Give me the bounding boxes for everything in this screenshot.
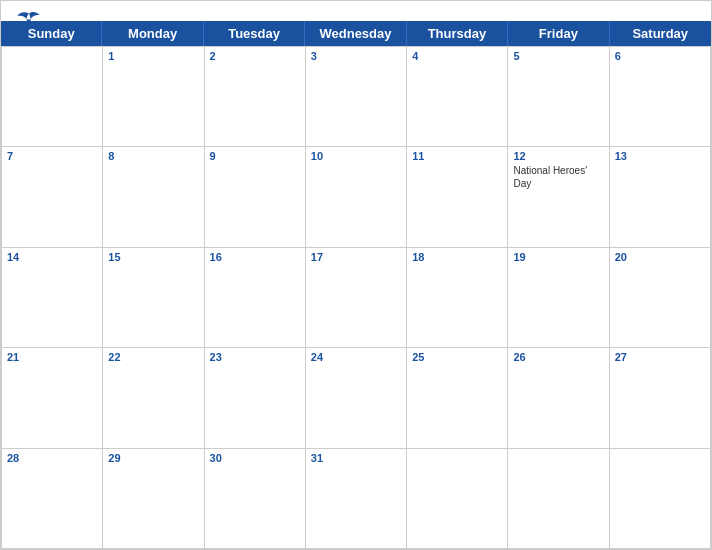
- calendar-cell: 2: [205, 47, 306, 147]
- calendar-cell: 11: [407, 147, 508, 247]
- cell-number: 28: [7, 452, 97, 464]
- cell-number: 17: [311, 251, 401, 263]
- calendar-cell: 15: [103, 248, 204, 348]
- calendar-cell: 13: [610, 147, 711, 247]
- calendar-cell: 27: [610, 348, 711, 448]
- calendar-cell: [407, 449, 508, 549]
- logo-bird-icon: [15, 9, 43, 27]
- day-header-monday: Monday: [102, 21, 203, 46]
- logo-area: [15, 9, 45, 27]
- cell-number: 15: [108, 251, 198, 263]
- cell-number: 22: [108, 351, 198, 363]
- cell-number: 1: [108, 50, 198, 62]
- cell-number: 4: [412, 50, 502, 62]
- cell-number: 21: [7, 351, 97, 363]
- cell-number: 27: [615, 351, 705, 363]
- cell-number: 3: [311, 50, 401, 62]
- cell-number: 31: [311, 452, 401, 464]
- cell-number: 5: [513, 50, 603, 62]
- calendar-cell: 18: [407, 248, 508, 348]
- cell-number: 9: [210, 150, 300, 162]
- calendar-cell: 29: [103, 449, 204, 549]
- calendar-cell: [508, 449, 609, 549]
- cell-number: 29: [108, 452, 198, 464]
- calendar-wrapper: SundayMondayTuesdayWednesdayThursdayFrid…: [0, 0, 712, 550]
- cell-number: 11: [412, 150, 502, 162]
- calendar-cell: 6: [610, 47, 711, 147]
- day-header-saturday: Saturday: [610, 21, 711, 46]
- cell-number: 6: [615, 50, 705, 62]
- day-header-wednesday: Wednesday: [305, 21, 406, 46]
- cell-number: 23: [210, 351, 300, 363]
- calendar-cell: [2, 47, 103, 147]
- cell-number: 14: [7, 251, 97, 263]
- calendar-cell: 7: [2, 147, 103, 247]
- calendar-cell: 10: [306, 147, 407, 247]
- cell-number: 18: [412, 251, 502, 263]
- calendar-cell: 14: [2, 248, 103, 348]
- calendar-cell: 21: [2, 348, 103, 448]
- cell-number: 25: [412, 351, 502, 363]
- calendar-cell: 25: [407, 348, 508, 448]
- calendar-cell: 19: [508, 248, 609, 348]
- calendar-cell: 22: [103, 348, 204, 448]
- calendar-cell: 26: [508, 348, 609, 448]
- cell-number: 8: [108, 150, 198, 162]
- calendar-cell: 1: [103, 47, 204, 147]
- calendar-cell: 16: [205, 248, 306, 348]
- cell-number: 30: [210, 452, 300, 464]
- calendar-cell: 4: [407, 47, 508, 147]
- cell-event: National Heroes' Day: [513, 164, 603, 190]
- cell-number: 7: [7, 150, 97, 162]
- calendar-cell: 5: [508, 47, 609, 147]
- cell-number: 12: [513, 150, 603, 162]
- cell-number: 19: [513, 251, 603, 263]
- calendar-cell: 28: [2, 449, 103, 549]
- calendar-cell: 23: [205, 348, 306, 448]
- calendar-cell: 30: [205, 449, 306, 549]
- cell-number: 26: [513, 351, 603, 363]
- day-header-tuesday: Tuesday: [204, 21, 305, 46]
- cell-number: 10: [311, 150, 401, 162]
- calendar-cell: 17: [306, 248, 407, 348]
- cell-number: 2: [210, 50, 300, 62]
- calendar-cell: 31: [306, 449, 407, 549]
- calendar-cell: 12National Heroes' Day: [508, 147, 609, 247]
- calendar-cell: [610, 449, 711, 549]
- cell-number: 13: [615, 150, 705, 162]
- calendar-cell: 3: [306, 47, 407, 147]
- calendar-cell: 24: [306, 348, 407, 448]
- cell-number: 16: [210, 251, 300, 263]
- calendar-header: [1, 1, 711, 21]
- calendar-cell: 20: [610, 248, 711, 348]
- calendar-cell: 9: [205, 147, 306, 247]
- day-header-thursday: Thursday: [407, 21, 508, 46]
- calendar-grid: 123456789101112National Heroes' Day13141…: [1, 46, 711, 549]
- day-headers-row: SundayMondayTuesdayWednesdayThursdayFrid…: [1, 21, 711, 46]
- cell-number: 20: [615, 251, 705, 263]
- cell-number: 24: [311, 351, 401, 363]
- calendar-cell: 8: [103, 147, 204, 247]
- day-header-friday: Friday: [508, 21, 609, 46]
